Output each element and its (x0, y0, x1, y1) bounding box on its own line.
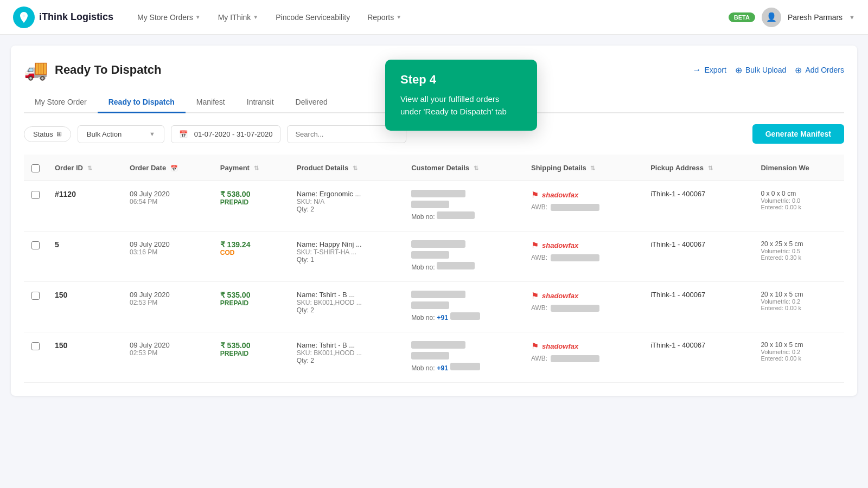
brand-logo[interactable]: iThink Logistics (13, 7, 113, 28)
pickup-addr-value: iThink-1 - 400067 (650, 291, 705, 299)
carrier-name: shadowfax (542, 241, 578, 249)
user-dropdown-icon[interactable]: ▼ (849, 14, 855, 21)
upload-icon: ⊕ (735, 65, 742, 75)
user-name: Paresh Parmars (788, 13, 843, 22)
payment-amount: ₹ 535.00 (220, 341, 282, 350)
nav-my-ithink[interactable]: My IThink ▼ (212, 9, 265, 26)
product-qty: Qty: 2 (297, 357, 396, 364)
sort-icon[interactable]: ⇅ (254, 165, 259, 171)
product-name: Name: Happy Ninj ... (297, 240, 396, 248)
export-icon: → (692, 65, 701, 75)
orders-table-wrap: Order ID ⇅ Order Date 📅 Payment ⇅ Produc… (24, 155, 844, 383)
row-order-date: 09 July 2020 02:53 PM (122, 332, 213, 383)
mob-blur (437, 262, 475, 269)
customer-name-blur (411, 240, 465, 248)
bulk-action-button[interactable]: Bulk Action ▼ (78, 125, 164, 143)
nav-pincode-serviceability[interactable]: Pincode Serviceability (269, 9, 356, 26)
date-range-filter[interactable]: 📅 01-07-2020 - 31-07-2020 (171, 125, 281, 143)
mob-label: Mob no: (411, 213, 435, 221)
row-dimension: 20 x 10 x 5 cm Volumetric: 0.2 Entered: … (753, 332, 844, 383)
carrier-logo: ⚑ shadowfax (531, 190, 635, 200)
table-row: 5 09 July 2020 03:16 PM ₹ 139.24 COD Nam… (24, 232, 844, 282)
row-product-details: Name: Happy Ninj ... SKU: T-SHIRT-HA ...… (289, 232, 404, 282)
tab-ready-to-dispatch[interactable]: Ready to Dispatch (98, 92, 186, 113)
status-filter-button[interactable]: Status ⊞ (24, 126, 71, 142)
sort-icon[interactable]: ⇅ (474, 165, 478, 171)
export-button[interactable]: → Export (692, 63, 726, 77)
sort-icon[interactable]: ⇅ (87, 165, 92, 171)
product-name: Name: Tshirt - B ... (297, 291, 396, 299)
sort-icon[interactable]: ⇅ (590, 165, 595, 171)
select-all-checkbox[interactable] (31, 164, 40, 172)
order-id-value: 150 (55, 291, 67, 299)
entered-value: Entered: 0.00 k (761, 355, 837, 362)
row-order-date: 09 July 2020 03:16 PM (122, 232, 213, 282)
sort-icon[interactable]: ⇅ (708, 165, 713, 171)
dimension-value: 0 x 0 x 0 cm (761, 190, 837, 197)
row-order-id: 5 (47, 232, 122, 282)
customer-detail-blur (411, 352, 449, 359)
nav-my-store-orders[interactable]: My Store Orders ▼ (131, 9, 207, 26)
mob-country-code: +91 (437, 314, 448, 322)
sort-icon[interactable]: ⇅ (353, 165, 358, 171)
sort-icon[interactable]: 📅 (170, 165, 178, 171)
col-product-details: Product Details ⇅ (289, 155, 404, 181)
calendar-icon: 📅 (179, 130, 188, 138)
awb-value-blur (551, 305, 599, 312)
chevron-down-icon: ▼ (253, 14, 258, 20)
tab-my-store-order[interactable]: My Store Order (24, 92, 98, 113)
pickup-addr-value: iThink-1 - 400067 (650, 190, 705, 198)
payment-type: COD (220, 249, 282, 256)
product-name: Name: Tshirt - B ... (297, 341, 396, 349)
select-all-header (24, 155, 47, 181)
status-label: Status (33, 130, 53, 138)
brand-name: iThink Logistics (39, 11, 113, 23)
row-checkbox[interactable] (31, 191, 40, 199)
carrier-name: shadowfax (542, 342, 578, 350)
row-order-date: 09 July 2020 02:53 PM (122, 282, 213, 332)
row-checkbox[interactable] (31, 292, 40, 300)
order-time-value: 02:53 PM (130, 299, 205, 306)
product-name: Name: Ergonomic ... (297, 190, 396, 198)
order-id-value: #1120 (55, 190, 76, 198)
payment-type: PREPAID (220, 299, 282, 307)
col-shipping-details: Shipping Details ⇅ (524, 155, 643, 181)
tab-intransit[interactable]: Intransit (236, 92, 285, 113)
col-dimension: Dimension We (753, 155, 844, 181)
tab-delivered[interactable]: Delivered (285, 92, 339, 113)
customer-name-blur (411, 291, 465, 298)
pickup-addr-value: iThink-1 - 400067 (650, 240, 705, 248)
row-shipping-details: ⚑ shadowfax AWB: (524, 232, 643, 282)
generate-manifest-button[interactable]: Generate Manifest (752, 124, 844, 144)
row-payment: ₹ 538.00 PREPAID (213, 181, 289, 232)
product-sku: SKU: BK001,HOOD ... (297, 349, 396, 357)
row-checkbox[interactable] (31, 241, 40, 249)
awb-row: AWB: (531, 203, 635, 211)
row-checkbox-cell (24, 282, 47, 332)
filter-icon: ⊞ (56, 130, 62, 138)
row-dimension: 20 x 10 x 5 cm Volumetric: 0.2 Entered: … (753, 282, 844, 332)
order-date-value: 09 July 2020 (130, 341, 205, 349)
step4-body: View all your fulfilled orders under 'Re… (400, 93, 522, 118)
bulk-upload-button[interactable]: ⊕ Bulk Upload (735, 63, 787, 78)
row-payment: ₹ 535.00 PREPAID (213, 282, 289, 332)
row-order-id: 150 (47, 332, 122, 383)
row-customer-details: Mob no: +91 (404, 332, 524, 383)
product-qty: Qty: 2 (297, 306, 396, 314)
orders-table: Order ID ⇅ Order Date 📅 Payment ⇅ Produc… (24, 155, 844, 383)
row-customer-details: Mob no: (404, 181, 524, 232)
add-orders-button[interactable]: ⊕ Add Orders (795, 63, 844, 78)
nav-reports[interactable]: Reports ▼ (361, 9, 408, 26)
product-sku: SKU: T-SHIRT-HA ... (297, 248, 396, 256)
row-checkbox[interactable] (31, 342, 40, 350)
col-payment: Payment ⇅ (213, 155, 289, 181)
order-date-value: 09 July 2020 (130, 240, 205, 248)
carrier-flag-icon: ⚑ (531, 190, 539, 200)
step4-title: Step 4 (400, 73, 522, 87)
search-input[interactable] (295, 130, 398, 138)
row-pickup-address: iThink-1 - 400067 (643, 282, 753, 332)
tab-manifest[interactable]: Manifest (186, 92, 236, 113)
page-title: Ready To Dispatch (55, 63, 161, 77)
header-actions: → Export ⊕ Bulk Upload ⊕ Add Orders (692, 63, 844, 78)
awb-label: AWB: (531, 203, 547, 211)
